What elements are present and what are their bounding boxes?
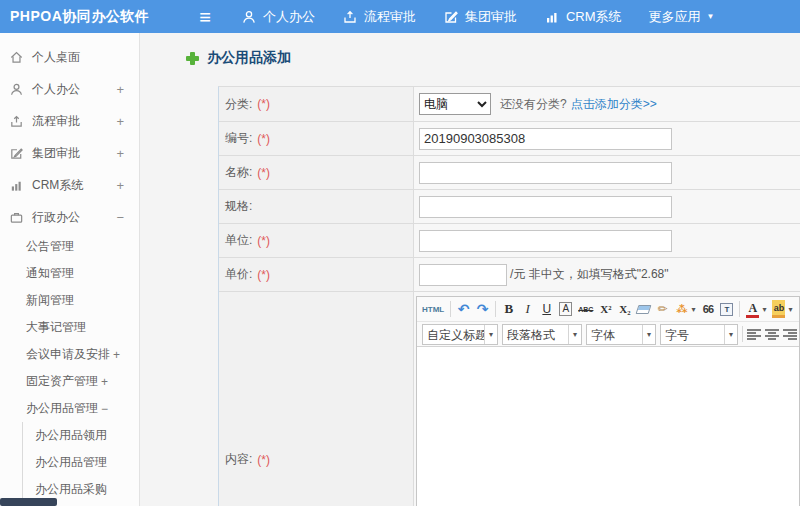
field-value-cell: /元 非中文，如填写格式"2.68" xyxy=(414,258,800,291)
form-row-unit: 单位: (*) xyxy=(219,224,800,258)
name-input[interactable] xyxy=(419,162,672,184)
scrollbar-thumb[interactable] xyxy=(0,498,57,506)
sidebar-subitem-supplies-claim[interactable]: 办公用品领用 xyxy=(23,422,139,449)
nav-personal-office[interactable]: 个人办公 xyxy=(241,8,315,26)
sidebar-item-admin-office[interactable]: 行政办公 − xyxy=(0,201,139,233)
hamburger-icon[interactable]: ≡ xyxy=(199,7,211,27)
sidebar-item-personal-office[interactable]: 个人办公 + xyxy=(0,73,139,105)
sidebar-item-label: 个人桌面 xyxy=(32,49,80,66)
sidebar: 个人桌面 个人办公 + 流程审批 + 集团审批 + CRM系统 + 行政办公 −… xyxy=(0,33,140,506)
caret-down-icon[interactable]: ▾ xyxy=(788,305,792,314)
sidebar-subitem-memorabilia[interactable]: 大事记管理 xyxy=(0,314,139,341)
subscript-button[interactable]: X₂ xyxy=(618,300,631,318)
font-size-dropdown[interactable]: 字号▾ xyxy=(660,324,738,345)
sidebar-item-workflow-approval[interactable]: 流程审批 + xyxy=(0,105,139,137)
expander-plus[interactable]: + xyxy=(116,178,139,193)
home-icon xyxy=(9,50,24,65)
caret-down-icon[interactable]: ▾ xyxy=(691,305,695,314)
toolbar-separator xyxy=(450,301,451,317)
sidebar-item-desktop[interactable]: 个人桌面 xyxy=(0,41,139,73)
font-color-button[interactable]: A xyxy=(746,300,759,318)
required-mark: (*) xyxy=(257,234,270,248)
field-value-cell xyxy=(414,190,800,223)
nav-workflow-approval[interactable]: 流程审批 xyxy=(342,8,416,26)
field-label-cell: 单位: (*) xyxy=(219,224,414,257)
code-input[interactable] xyxy=(419,128,672,150)
font-border-button[interactable]: A xyxy=(559,302,572,316)
spec-input[interactable] xyxy=(419,196,672,218)
field-label-cell: 单价: (*) xyxy=(219,258,414,291)
sidebar-item-label: 集团审批 xyxy=(32,145,80,162)
caret-down-icon[interactable]: ▾ xyxy=(762,305,766,314)
caret-down-icon: ▾ xyxy=(568,325,581,344)
expander-plus[interactable]: + xyxy=(113,348,120,362)
editor-toolbar-row1: HTML ↶ ↷ B I U A ABC X² X₂ ✏ xyxy=(417,297,799,322)
strikethrough-button[interactable]: ABC xyxy=(578,300,593,318)
align-right-icon[interactable] xyxy=(783,329,797,340)
editor-toolbar-row2: 自定义标题▾ 段落格式▾ 字体▾ 字号▾ ∞ xyxy=(417,322,799,347)
underline-button[interactable]: U xyxy=(540,300,553,318)
editor-content-area[interactable] xyxy=(417,347,799,506)
dropdown-label: 自定义标题 xyxy=(423,325,484,344)
price-input[interactable] xyxy=(419,264,507,286)
auto-typeset-icon[interactable]: ⁂ xyxy=(675,300,688,318)
blockquote-button[interactable]: 66 xyxy=(701,300,714,318)
custom-title-dropdown[interactable]: 自定义标题▾ xyxy=(422,324,498,345)
sidebar-item-label: 个人办公 xyxy=(32,81,80,98)
redo-icon[interactable]: ↷ xyxy=(476,300,489,318)
source-code-button[interactable]: HTML xyxy=(422,300,444,318)
app-brand: PHPOA协同办公软件 xyxy=(10,8,149,26)
bar-chart-icon xyxy=(544,9,560,25)
add-category-link[interactable]: 点击添加分类>> xyxy=(571,96,657,113)
nav-crm[interactable]: CRM系统 xyxy=(544,8,622,26)
subitem-label: 大事记管理 xyxy=(26,319,86,336)
dropdown-label: 字体 xyxy=(587,325,642,344)
sidebar-subitem-supplies-manage[interactable]: 办公用品管理 xyxy=(23,449,139,476)
category-select[interactable]: 电脑 xyxy=(419,93,491,115)
undo-icon[interactable]: ↶ xyxy=(457,300,470,318)
sidebar-subitem-fixed-assets[interactable]: 固定资产管理+ xyxy=(0,368,139,395)
supplies-add-form: 分类: (*) 电脑 还没有分类? 点击添加分类>> 编号: (*) 名称 xyxy=(218,86,800,506)
field-value-cell xyxy=(414,224,800,257)
paste-plain-icon[interactable]: T xyxy=(720,303,733,316)
align-center-icon[interactable] xyxy=(765,329,779,340)
expander-plus[interactable]: + xyxy=(116,146,139,161)
field-value-cell xyxy=(414,122,800,155)
nav-more-apps[interactable]: 更多应用 ▼ xyxy=(649,8,715,26)
italic-button[interactable]: I xyxy=(521,300,534,318)
unit-input[interactable] xyxy=(419,230,672,252)
sidebar-subitem-notice[interactable]: 通知管理 xyxy=(0,260,139,287)
expander-plus[interactable]: + xyxy=(116,114,139,129)
dropdown-label: 段落格式 xyxy=(503,325,568,344)
expander-minus[interactable]: − xyxy=(116,210,139,225)
sidebar-subitem-news[interactable]: 新闻管理 xyxy=(0,287,139,314)
align-left-icon[interactable] xyxy=(747,329,761,340)
sidebar-subitem-meeting[interactable]: 会议申请及安排+ xyxy=(0,341,139,368)
superscript-button[interactable]: X² xyxy=(599,300,612,318)
form-row-spec: 规格: xyxy=(219,190,800,224)
expander-minus[interactable]: − xyxy=(101,402,108,416)
expander-plus[interactable]: + xyxy=(116,82,139,97)
price-label: 单价: xyxy=(225,266,252,283)
highlight-color-button[interactable]: ab xyxy=(772,300,785,318)
format-brush-icon[interactable]: ✏ xyxy=(656,300,669,318)
paragraph-format-dropdown[interactable]: 段落格式▾ xyxy=(502,324,582,345)
main-content: 办公用品添加 分类: (*) 电脑 还没有分类? 点击添加分类>> 编号: (*… xyxy=(141,33,800,506)
expander-plus[interactable]: + xyxy=(101,375,108,389)
sidebar-item-group-approval[interactable]: 集团审批 + xyxy=(0,137,139,169)
font-family-dropdown[interactable]: 字体▾ xyxy=(586,324,656,345)
briefcase-icon xyxy=(9,210,24,225)
code-label: 编号: xyxy=(225,130,252,147)
required-mark: (*) xyxy=(257,453,270,467)
bar-chart-icon xyxy=(9,178,24,193)
eraser-icon[interactable] xyxy=(637,300,650,318)
subitem-label: 办公用品领用 xyxy=(35,427,107,444)
sidebar-subitem-office-supplies[interactable]: 办公用品管理− xyxy=(0,395,139,422)
sidebar-item-label: CRM系统 xyxy=(32,177,83,194)
nav-group-approval[interactable]: 集团审批 xyxy=(443,8,517,26)
required-mark: (*) xyxy=(257,132,270,146)
sidebar-subitem-announcement[interactable]: 公告管理 xyxy=(0,233,139,260)
rich-text-editor: HTML ↶ ↷ B I U A ABC X² X₂ ✏ xyxy=(416,296,800,506)
sidebar-item-crm[interactable]: CRM系统 + xyxy=(0,169,139,201)
bold-button[interactable]: B xyxy=(502,300,515,318)
